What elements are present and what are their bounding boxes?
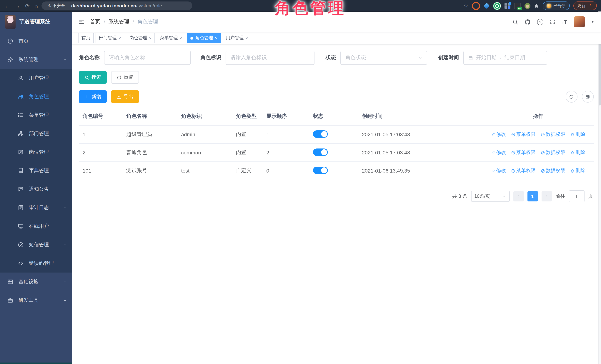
profile-paused-button[interactable]: 已暂停 bbox=[542, 1, 570, 10]
extension-target-icon[interactable] bbox=[472, 2, 480, 10]
page-size-select[interactable]: 10条/页 bbox=[471, 191, 510, 202]
sidebar-item-system[interactable]: 系统管理 bbox=[0, 50, 72, 69]
chevron-down-icon bbox=[63, 280, 67, 284]
sidebar-item-dictionaries[interactable]: 字典管理 bbox=[0, 161, 72, 180]
date-range-picker[interactable]: 开始日期 - 结束日期 bbox=[463, 51, 547, 65]
total-count: 共 3 条 bbox=[452, 193, 467, 200]
extension-monkey-icon[interactable] bbox=[524, 3, 530, 9]
role-key-input[interactable]: 请输入角色标识 bbox=[226, 51, 314, 65]
help-icon[interactable]: ? bbox=[537, 19, 543, 25]
sidebar-item-menus[interactable]: 菜单管理 bbox=[0, 106, 72, 124]
sidebar-item-dev-tools[interactable]: 研发工具 bbox=[0, 291, 72, 310]
columns-icon bbox=[585, 94, 590, 99]
tab-posts[interactable]: 岗位管理× bbox=[126, 33, 155, 43]
tab-users[interactable]: 用户管理× bbox=[223, 33, 251, 43]
sidebar-item-roles[interactable]: 角色管理 bbox=[0, 87, 72, 106]
export-button[interactable]: 导出 bbox=[111, 90, 139, 103]
scrollbar[interactable] bbox=[598, 11, 601, 364]
edit-link[interactable]: 修改 bbox=[491, 131, 506, 138]
close-icon[interactable]: × bbox=[180, 36, 182, 40]
extension-gem-icon[interactable] bbox=[483, 3, 490, 9]
next-page-button[interactable] bbox=[541, 191, 552, 201]
page-number-button[interactable]: 1 bbox=[527, 191, 538, 201]
status-select[interactable]: 角色状态 bbox=[341, 51, 427, 65]
search-icon[interactable] bbox=[512, 19, 518, 25]
start-date-placeholder[interactable]: 开始日期 bbox=[476, 54, 497, 61]
col-role-key: 角色标识 bbox=[177, 107, 232, 125]
status-toggle[interactable] bbox=[313, 130, 328, 138]
sidebar-item-audit-logs[interactable]: 审计日志 bbox=[0, 198, 72, 217]
edit-link[interactable]: 修改 bbox=[491, 149, 506, 156]
app-logo[interactable]: 芋道管理系统 bbox=[0, 12, 72, 32]
role-name-input[interactable]: 请输入角色名称 bbox=[104, 51, 191, 65]
breadcrumb-system[interactable]: 系统管理 bbox=[109, 19, 129, 25]
collapse-sidebar-button[interactable] bbox=[72, 19, 90, 25]
app-title: 芋道管理系统 bbox=[19, 19, 50, 25]
home-icon[interactable]: ⌂ bbox=[35, 3, 38, 9]
goto-page-input[interactable] bbox=[569, 190, 584, 202]
bookmark-star-icon[interactable]: ☆ bbox=[464, 3, 468, 9]
delete-link[interactable]: 删除 bbox=[571, 149, 585, 156]
sidebar-item-sms[interactable]: 短信管理 bbox=[0, 236, 72, 254]
status-toggle[interactable] bbox=[313, 148, 328, 156]
menu-permission-link[interactable]: 菜单权限 bbox=[511, 167, 536, 174]
book-icon bbox=[18, 168, 24, 174]
extensions-puzzle-icon[interactable] bbox=[534, 3, 539, 8]
add-button[interactable]: 新增 bbox=[79, 90, 107, 103]
security-warning[interactable]: ⚠不安全 bbox=[47, 3, 65, 9]
breadcrumb-separator: / bbox=[104, 19, 105, 25]
github-icon[interactable] bbox=[524, 19, 531, 25]
active-dot bbox=[190, 37, 193, 39]
reload-icon[interactable]: ⟳ bbox=[25, 3, 30, 9]
menu-permission-link[interactable]: 菜单权限 bbox=[511, 149, 536, 156]
close-icon[interactable]: × bbox=[149, 36, 151, 40]
prev-page-button[interactable] bbox=[513, 191, 524, 201]
sidebar-item-users[interactable]: 用户管理 bbox=[0, 69, 72, 87]
edit-link[interactable]: 修改 bbox=[491, 167, 506, 174]
font-size-icon[interactable]: TT bbox=[562, 19, 567, 25]
tab-roles[interactable]: 角色管理× bbox=[187, 33, 221, 43]
sidebar-item-posts[interactable]: 岗位管理 bbox=[0, 143, 72, 161]
caret-down-icon[interactable]: ▼ bbox=[591, 20, 594, 24]
extension-dark-icon[interactable]: on bbox=[514, 2, 521, 9]
close-icon[interactable]: × bbox=[246, 36, 248, 40]
tab-menus[interactable]: 菜单管理× bbox=[157, 33, 185, 43]
close-icon[interactable]: × bbox=[119, 36, 121, 40]
delete-link[interactable]: 删除 bbox=[571, 131, 585, 138]
sidebar-item-infrastructure[interactable]: 基础设施 bbox=[0, 273, 72, 291]
extension-green-icon[interactable] bbox=[493, 2, 501, 10]
cell-sort: 2 bbox=[263, 144, 309, 162]
end-date-placeholder[interactable]: 结束日期 bbox=[504, 54, 525, 61]
sidebar-item-departments[interactable]: 部门管理 bbox=[0, 124, 72, 143]
address-bar[interactable]: ⚠不安全 | dashboard.yudao.iocoder.cn/system… bbox=[41, 1, 192, 10]
breadcrumb-home[interactable]: 首页 bbox=[90, 19, 100, 25]
fullscreen-icon[interactable] bbox=[550, 19, 556, 25]
tab-home[interactable]: 首页 bbox=[78, 33, 94, 43]
sidebar-item-error-codes[interactable]: 错误码管理 bbox=[0, 254, 72, 273]
status-toggle[interactable] bbox=[313, 167, 328, 174]
forward-icon[interactable]: → bbox=[15, 3, 20, 9]
close-icon[interactable]: × bbox=[215, 36, 217, 40]
cell-created: 2021-01-05 17:03:48 bbox=[358, 125, 483, 144]
browser-menu-icon[interactable]: ⋮ bbox=[588, 4, 592, 8]
download-icon bbox=[117, 94, 121, 99]
extension-grid-icon[interactable] bbox=[504, 3, 510, 9]
back-icon[interactable]: ← bbox=[4, 3, 10, 9]
sidebar-item-home[interactable]: 首页 bbox=[0, 32, 72, 50]
breadcrumb-separator: / bbox=[133, 19, 134, 25]
menu-permission-link[interactable]: 菜单权限 bbox=[511, 131, 536, 138]
data-permission-link[interactable]: 数据权限 bbox=[541, 167, 565, 174]
column-settings-button[interactable] bbox=[582, 91, 594, 103]
search-button[interactable]: 搜索 bbox=[79, 71, 107, 84]
tab-departments[interactable]: 部门管理× bbox=[96, 33, 124, 43]
avatar[interactable] bbox=[574, 16, 585, 27]
data-permission-link[interactable]: 数据权限 bbox=[541, 131, 565, 138]
delete-link[interactable]: 删除 bbox=[571, 167, 585, 174]
cell-role-key: test bbox=[177, 162, 232, 180]
reset-button[interactable]: 重置 bbox=[111, 71, 139, 84]
data-permission-link[interactable]: 数据权限 bbox=[541, 149, 565, 156]
sidebar-item-online-users[interactable]: 在线用户 bbox=[0, 217, 72, 236]
refresh-table-button[interactable] bbox=[565, 91, 577, 103]
sidebar-item-notices[interactable]: 通知公告 bbox=[0, 180, 72, 198]
chrome-update-button[interactable]: 更新⋮ bbox=[573, 1, 597, 10]
